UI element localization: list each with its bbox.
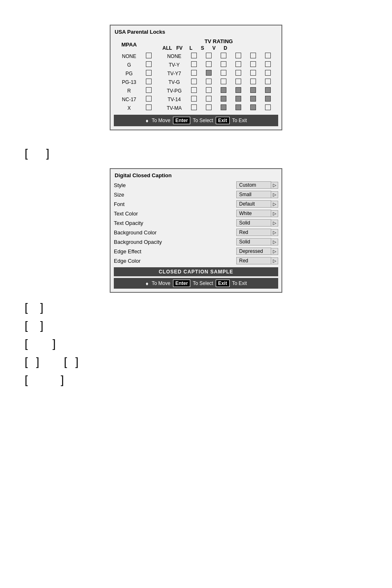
dcc-row-arrow-7[interactable]: ▷: [271, 248, 278, 255]
dcc-row-value-wrapper-5: Red▷: [236, 229, 278, 236]
tv-col5-checkbox-2[interactable]: [263, 69, 278, 78]
ratings-table: MPAA TV RATING ALL FV L S V D: [114, 37, 278, 112]
bracket-line-1: [ ]: [25, 301, 392, 314]
tv-all-checkbox-1[interactable]: [189, 60, 204, 69]
tv-col1-checkbox-3[interactable]: [204, 78, 219, 86]
dcc-row-0: StyleCustom▷: [114, 181, 278, 189]
dcc-row-arrow-3[interactable]: ▷: [271, 210, 278, 217]
rating-row-3: PG-13TV-G: [114, 78, 278, 86]
dcc-row-arrow-8[interactable]: ▷: [271, 257, 278, 264]
tv-col3-checkbox-2[interactable]: [234, 69, 249, 78]
bl1-open: [: [25, 301, 28, 314]
mpaa-checkbox-0[interactable]: [144, 52, 159, 60]
tv-col1-checkbox-1[interactable]: [204, 60, 219, 69]
dcc-row-2: FontDefault▷: [114, 200, 278, 208]
dcc-row-label-7: Edge Effect: [114, 248, 236, 255]
tv-col2-checkbox-5[interactable]: [219, 95, 234, 104]
tv-all-checkbox-4[interactable]: [189, 86, 204, 95]
dcc-exit-key[interactable]: Exit: [216, 280, 230, 287]
mpaa-header: MPAA: [114, 37, 144, 52]
tv-col3-checkbox-1[interactable]: [234, 60, 249, 69]
dcc-row-label-5: Background Color: [114, 229, 236, 236]
tv-all-checkbox-2[interactable]: [189, 69, 204, 78]
tv-col5-checkbox-6[interactable]: [263, 104, 278, 112]
dcc-row-3: Text ColorWhite▷: [114, 209, 278, 218]
tv-col2-checkbox-3[interactable]: [219, 78, 234, 86]
mpaa-checkbox-1[interactable]: [144, 60, 159, 69]
tv-col1-checkbox-2[interactable]: [204, 69, 219, 78]
mpaa-checkbox-3[interactable]: [144, 78, 159, 86]
parental-exit-key[interactable]: Exit: [216, 117, 230, 124]
bracket-line-2: [ ]: [25, 319, 392, 332]
dcc-row-value-wrapper-1: Small▷: [236, 191, 278, 198]
tv-label-5: TV-14: [159, 95, 189, 104]
tv-col2-checkbox-4[interactable]: [219, 86, 234, 95]
tv-col4-checkbox-1[interactable]: [249, 60, 263, 69]
dcc-row-arrow-6[interactable]: ▷: [271, 238, 278, 245]
parental-locks-panel: USA Parental Locks MPAA TV RATING ALL FV…: [110, 25, 282, 130]
tv-col-d: D: [221, 45, 230, 51]
dcc-row-label-0: Style: [114, 182, 236, 188]
dcc-row-arrow-4[interactable]: ▷: [271, 220, 278, 227]
dcc-row-value-4: Solid: [236, 219, 271, 227]
tv-col3-checkbox-4[interactable]: [234, 86, 249, 95]
tv-col2-checkbox-1[interactable]: [219, 60, 234, 69]
parental-enter-key[interactable]: Enter: [173, 117, 191, 124]
mpaa-label-2: PG: [114, 69, 144, 78]
dcc-row-label-4: Text Opacity: [114, 220, 236, 226]
bracket-open-1: [: [25, 147, 28, 160]
dcc-enter-key[interactable]: Enter: [173, 280, 191, 287]
tv-col1-checkbox-0[interactable]: [204, 52, 219, 60]
dcc-panel-title: Digital Closed Caption: [114, 172, 278, 178]
mpaa-checkbox-4[interactable]: [144, 86, 159, 95]
tv-col3-checkbox-6[interactable]: [234, 104, 249, 112]
tv-col5-checkbox-3[interactable]: [263, 78, 278, 86]
dcc-row-arrow-2[interactable]: ▷: [271, 201, 278, 208]
tv-col4-checkbox-5[interactable]: [249, 95, 263, 104]
tv-col4-checkbox-6[interactable]: [249, 104, 263, 112]
tv-col1-checkbox-4[interactable]: [204, 86, 219, 95]
dcc-row-arrow-1[interactable]: ▷: [271, 191, 278, 198]
tv-col3-checkbox-5[interactable]: [234, 95, 249, 104]
rating-row-2: PGTV-Y7: [114, 69, 278, 78]
bracket-line-3: [ ]: [25, 337, 392, 350]
tv-col5-checkbox-5[interactable]: [263, 95, 278, 104]
dcc-row-value-wrapper-3: White▷: [236, 210, 278, 217]
tv-label-6: TV-MA: [159, 104, 189, 112]
dcc-row-value-wrapper-8: Red▷: [236, 257, 278, 264]
tv-col4-checkbox-2[interactable]: [249, 69, 263, 78]
tv-all-checkbox-5[interactable]: [189, 95, 204, 104]
bl2-open: [: [25, 319, 28, 332]
tv-col4-checkbox-4[interactable]: [249, 86, 263, 95]
bl3-close: ]: [53, 337, 56, 350]
dcc-row-arrow-5[interactable]: ▷: [271, 229, 278, 236]
bl4b-open: [: [64, 355, 67, 368]
dcc-row-label-6: Background Opacity: [114, 239, 236, 245]
bl4a-close: ]: [36, 355, 39, 368]
dcc-rows-container: StyleCustom▷SizeSmall▷FontDefault▷Text C…: [114, 181, 278, 265]
tv-col4-checkbox-3[interactable]: [249, 78, 263, 86]
tv-col5-checkbox-4[interactable]: [263, 86, 278, 95]
bracket-line-5: [ ]: [25, 373, 392, 387]
mpaa-label-6: X: [114, 104, 144, 112]
mpaa-checkbox-5[interactable]: [144, 95, 159, 104]
tv-all-checkbox-0[interactable]: [189, 52, 204, 60]
tv-col4-checkbox-0[interactable]: [249, 52, 263, 60]
mpaa-label-1: G: [114, 60, 144, 69]
tv-col5-checkbox-0[interactable]: [263, 52, 278, 60]
mpaa-checkbox-2[interactable]: [144, 69, 159, 78]
tv-col3-checkbox-0[interactable]: [234, 52, 249, 60]
tv-col2-checkbox-6[interactable]: [219, 104, 234, 112]
bracket-line-4: [ ] [ ]: [25, 355, 392, 368]
tv-col3-checkbox-3[interactable]: [234, 78, 249, 86]
tv-col2-checkbox-0[interactable]: [219, 52, 234, 60]
tvrating-header: TV RATING: [161, 38, 277, 44]
tv-col1-checkbox-6[interactable]: [204, 104, 219, 112]
mpaa-checkbox-6[interactable]: [144, 104, 159, 112]
tv-all-checkbox-6[interactable]: [189, 104, 204, 112]
tv-col1-checkbox-5[interactable]: [204, 95, 219, 104]
tv-col2-checkbox-2[interactable]: [219, 69, 234, 78]
tv-col5-checkbox-1[interactable]: [263, 60, 278, 69]
dcc-row-arrow-0[interactable]: ▷: [271, 182, 278, 189]
tv-all-checkbox-3[interactable]: [189, 78, 204, 86]
